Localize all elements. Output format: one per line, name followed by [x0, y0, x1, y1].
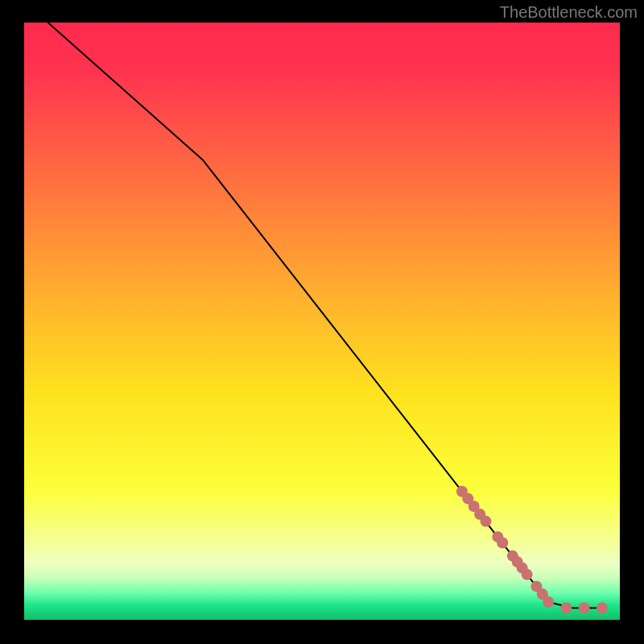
marker-dot — [481, 516, 492, 527]
marker-dot — [543, 597, 554, 608]
marker-dot — [579, 602, 590, 613]
bottleneck-chart — [0, 0, 644, 644]
plot-background — [24, 23, 620, 620]
attribution-label: TheBottleneck.com — [500, 3, 638, 22]
marker-dot — [560, 602, 572, 613]
chart-stage: TheBottleneck.com — [0, 0, 644, 644]
marker-dot — [597, 602, 608, 613]
marker-dot — [497, 537, 508, 548]
marker-dot — [522, 569, 533, 580]
